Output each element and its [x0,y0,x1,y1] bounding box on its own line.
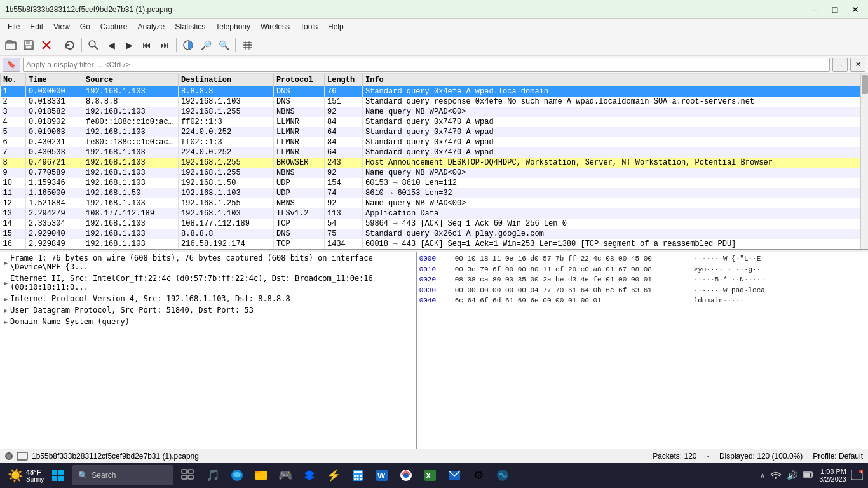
explorer-icon[interactable] [250,464,273,487]
task-view-button[interactable] [176,464,199,487]
menu-statistics[interactable]: Statistics [170,19,210,34]
filter-bar: 🔖 → ✕ [0,56,868,74]
packet-row-12[interactable]: 121.521884192.168.1.103192.168.1.255NBNS… [1,198,860,208]
packet-row-13[interactable]: 132.294279108.177.112.189192.168.1.103TL… [1,208,860,219]
zoom-in-button[interactable]: 🔎 [198,37,214,53]
find-button[interactable] [85,37,102,53]
first-button[interactable]: ⏮ [139,37,155,53]
menu-capture[interactable]: Capture [95,19,133,34]
packet-row-4[interactable]: 40.018902fe80::188c:c1c0:ac7...ff02::1:3… [1,117,860,127]
status-filename: 1b55b8f333b283112cf5cef9bd2e7b31 (1).pca… [32,452,199,461]
cell-4: TCP [274,239,325,249]
chrome-icon[interactable] [395,464,417,487]
cell-2: 192.168.1.103 [83,229,179,239]
svg-rect-31 [354,475,356,477]
ides-icon[interactable]: ⚡ [322,464,345,487]
packet-row-7[interactable]: 70.430533192.168.1.103224.0.0.252LLMNR64… [1,147,860,158]
menu-bar: File Edit View Go Capture Analyze Statis… [0,19,868,34]
status-displayed: Displayed: 120 (100.0%) [719,452,803,461]
resize-columns-button[interactable] [239,37,255,53]
cell-1: 2.294279 [26,208,83,219]
menu-analyze[interactable]: Analyze [133,19,170,34]
packet-row-15[interactable]: 152.929040192.168.1.1038.8.8.8DNS75Stand… [1,229,860,239]
start-button[interactable] [46,464,69,487]
packet-row-14[interactable]: 142.335304192.168.1.103108.177.112.189TC… [1,219,860,229]
detail-udp[interactable]: ▶ User Datagram Protocol, Src Port: 5184… [0,304,416,316]
packet-row-3[interactable]: 30.018582192.168.1.103192.168.1.255NBNS9… [1,107,860,117]
cell-6: Name query NB WPAD<00> [363,107,860,117]
menu-telephony[interactable]: Telephony [210,19,255,34]
packet-row-5[interactable]: 50.019063192.168.1.103224.0.0.252LLMNR64… [1,127,860,137]
filter-input[interactable] [23,58,830,72]
battery-icon[interactable] [803,471,814,480]
tray-chevron[interactable]: ∧ [760,471,765,480]
close-capture-button[interactable] [38,37,55,53]
colorize-button[interactable] [180,37,196,53]
mail-icon[interactable] [443,464,466,487]
pinned-apps: 🎵 🎮 ⚡ W X ⚙ [201,464,514,487]
network-icon[interactable] [770,470,782,482]
filter-bookmark[interactable]: 🔖 [3,58,20,72]
detail-dns[interactable]: ▶ Domain Name System (query) [0,316,416,327]
edge-icon[interactable] [226,464,248,487]
status-packets: Packets: 120 [653,452,696,461]
menu-file[interactable]: File [3,19,25,34]
cell-5: 64 [325,147,363,158]
status-profile: Profile: Default [813,452,863,461]
menu-view[interactable]: View [48,19,75,34]
close-button[interactable]: ✕ [848,2,863,17]
svg-rect-30 [354,471,362,473]
settings-icon[interactable]: ⚙ [467,464,490,487]
search-icon: 🔍 [78,471,88,480]
detail-ethernet[interactable]: ▶ Ethernet II, Src: IntelCor_ff:22:4c (d… [0,273,416,293]
zoom-out-button[interactable]: 🔍 [215,37,232,53]
menu-wireless[interactable]: Wireless [255,19,295,34]
save-button[interactable] [20,37,37,53]
packet-row-6[interactable]: 60.430231fe80::188c:c1c0:ac7...ff02::1:3… [1,137,860,147]
cell-3: 216.58.192.174 [179,239,274,249]
last-button[interactable]: ⏭ [156,37,173,53]
open-button[interactable] [3,37,19,53]
excel-icon[interactable]: X [419,464,442,487]
goto-button[interactable]: ◀ [103,37,119,53]
packet-row-1[interactable]: 10.000000192.168.1.1038.8.8.8DNS76Standa… [1,86,860,97]
volume-icon[interactable]: 🔊 [787,470,797,480]
col-length: Length [325,74,363,86]
minimize-button[interactable]: ─ [807,2,822,17]
menu-edit[interactable]: Edit [25,19,48,34]
search-box[interactable]: 🔍 Search [72,465,173,485]
word-icon[interactable]: W [370,464,393,487]
cell-3: 8.8.8.8 [179,229,274,239]
detail-ip[interactable]: ▶ Internet Protocol Version 4, Src: 192.… [0,293,416,304]
calculator-icon[interactable] [346,464,369,487]
cell-0: 12 [1,198,26,208]
menu-tools[interactable]: Tools [295,19,323,34]
cell-2: fe80::188c:c1c0:ac7... [83,137,179,147]
notification-icon[interactable]: 1 [851,470,863,482]
filter-clear[interactable]: ✕ [850,58,865,72]
svg-rect-15 [52,470,57,475]
detail-frame[interactable]: ▶ Frame 1: 76 bytes on wire (608 bits), … [0,252,416,273]
filter-arrow-right[interactable]: → [832,58,848,72]
packet-row-11[interactable]: 111.165000192.168.1.50192.168.1.103UDP74… [1,188,860,198]
menu-help[interactable]: Help [323,19,349,34]
cell-0: 10 [1,178,26,188]
packet-row-16[interactable]: 162.929849192.168.1.103216.58.192.174TCP… [1,239,860,249]
dropbox-icon[interactable] [298,464,321,487]
svg-point-24 [233,472,241,477]
taskbar-right: ∧ 🔊 1:08 PM 3/2/2023 1 [760,468,863,483]
packet-row-8[interactable]: 80.496721192.168.1.103192.168.1.255BROWS… [1,158,860,168]
xbox-icon[interactable]: 🎮 [274,464,297,487]
taskbar-time-section[interactable]: 1:08 PM 3/2/2023 [819,468,846,483]
packet-row-10[interactable]: 101.159346192.168.1.103192.168.1.50UDP15… [1,178,860,188]
svg-rect-48 [804,473,810,477]
maximize-button[interactable]: □ [827,2,843,17]
cell-3: 192.168.1.103 [179,208,274,219]
teams-icon[interactable]: 🎵 [201,464,224,487]
reload-button[interactable] [62,37,78,53]
menu-go[interactable]: Go [75,19,95,34]
packet-row-2[interactable]: 20.0183318.8.8.8192.168.1.103DNS151Stand… [1,97,860,107]
wireshark-icon[interactable] [491,464,514,487]
packet-row-9[interactable]: 90.770589192.168.1.103192.168.1.255NBNS9… [1,168,860,178]
prev-button[interactable]: ▶ [121,37,137,53]
